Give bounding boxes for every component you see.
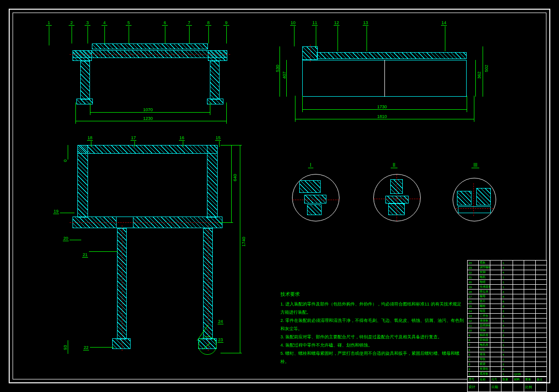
bom-row: 24底板1 <box>468 261 547 265</box>
dim-label: 1230 <box>143 116 153 121</box>
bom-row: 9轴承座2 <box>468 333 547 338</box>
dim-label: 0 <box>63 160 68 162</box>
bom-row: 2支撑柱4 <box>468 367 547 372</box>
leader-16: 16 <box>179 135 185 141</box>
bom-row: 19传感器架1 <box>468 285 547 290</box>
bom-row: 7电机座1 <box>468 343 547 348</box>
leader-7: 7 <box>186 20 192 26</box>
bom-row: 21电机1 <box>468 275 547 280</box>
dim-1810 <box>295 119 474 119</box>
notes: 技术要求 1. 进入装配的零件及部件（包括外购件、外协件），均必须符合图纸和标准… <box>280 290 464 366</box>
bom-row: 6丝杠1 <box>468 348 547 352</box>
front-view <box>73 44 227 106</box>
dim-label: 407 <box>282 72 287 79</box>
detail-label-II: II <box>391 162 397 168</box>
leader-4: 4 <box>102 20 107 26</box>
leader-15: 15 <box>215 135 221 141</box>
notes-title: 技术要求 <box>280 290 464 298</box>
note-line: 5. 螺钉、螺栓和螺母紧固时，严禁打击或使用不合适的旋具和扳手，紧固后螺钉槽、螺… <box>280 349 464 366</box>
bom-row: 17螺母8 <box>468 294 547 299</box>
side-view <box>302 46 467 104</box>
bom-row: 12连接板1 <box>468 319 547 323</box>
bom-row: 13工作台1 <box>468 314 547 319</box>
bom-row: 1底座板1Q235 <box>468 372 547 377</box>
dim-label: 1070 <box>143 107 153 112</box>
leader-10: 10 <box>290 20 296 26</box>
dim-label: 362 <box>477 72 482 79</box>
leader-20: 20 <box>63 236 69 241</box>
leader-11: 11 <box>312 20 318 26</box>
bom-row: 22支脚4 <box>468 270 547 275</box>
dim-1070 <box>90 112 210 113</box>
detail-III <box>453 178 496 221</box>
detail-label-III: III <box>471 162 479 168</box>
bom-row: 18限位块2 <box>468 290 547 294</box>
dim-1740 <box>240 145 240 353</box>
tb-footer-row: 设计日期比例 <box>468 383 547 392</box>
leader-21: 21 <box>82 252 88 258</box>
bom-row: 3横梁2 <box>468 362 547 367</box>
note-line: 3. 装配前应对零、部件的主要配合尺寸，特别是过盈配合尺寸及相关具备进行复查。 <box>280 333 464 341</box>
bom-header-row: 序号名称代号数量材料重量备注 <box>468 377 547 382</box>
note-line: 4. 装配过程中零件不允许磕、碰、划伤和锈蚀。 <box>280 341 464 349</box>
dim-label: 1740 <box>241 237 246 247</box>
detail-label-I: I <box>308 162 313 168</box>
dim-label: 530 <box>275 65 280 72</box>
leader-18: 18 <box>87 135 93 141</box>
dim-label: 1810 <box>377 114 387 119</box>
bom-row: 5滑块4 <box>468 352 547 357</box>
leader-5: 5 <box>126 20 132 26</box>
top-view <box>73 145 222 353</box>
dim-1230 <box>75 121 226 121</box>
leader-3: 3 <box>85 20 90 26</box>
dim-label: 1730 <box>377 104 387 109</box>
bom-row: 20拖链1 <box>468 280 547 285</box>
detail-II <box>373 174 421 221</box>
leader-24: 24 <box>218 319 223 324</box>
dim-label: 640 <box>233 174 237 181</box>
dim-label: 502 <box>484 65 489 72</box>
bom-row: 8联轴器1 <box>468 338 547 343</box>
dim-1730 <box>302 109 467 110</box>
title-block: 24底板123调节螺钉422支脚421电机120拖链119传感器架118限位块2… <box>467 260 547 380</box>
bom-row: 16垫片8 <box>468 299 547 304</box>
bom-row: 15螺栓8 <box>468 304 547 309</box>
note-line: 1. 进入装配的零件及部件（包括外购件、外协件），均必须符合图纸和标准11 的有… <box>280 300 464 317</box>
dim-label: 93 <box>63 345 68 350</box>
detail-I <box>292 174 339 221</box>
leader-14: 14 <box>441 20 447 26</box>
leader-23: 23 <box>218 337 223 343</box>
bom-row: 23调节螺钉4 <box>468 265 547 270</box>
leader-9: 9 <box>223 20 229 26</box>
bom-row: 4导轨2 <box>468 357 547 362</box>
bom-row: 11直线轴承4 <box>468 323 547 328</box>
leader-19: 19 <box>53 209 59 214</box>
leader-1: 1 <box>46 20 52 26</box>
leader-22: 22 <box>83 345 89 350</box>
leader-13: 13 <box>363 20 368 26</box>
note-line: 2. 零件在装配前必须清理和清洗干净，不得有毛刺、飞边、氧化皮、锈蚀、切屑、油污… <box>280 317 464 333</box>
leader-8: 8 <box>206 20 211 26</box>
leader-2: 2 <box>69 20 74 26</box>
leader-6: 6 <box>162 20 168 26</box>
leader-17: 17 <box>131 135 136 141</box>
bom-row: 14端盖2 <box>468 309 547 314</box>
dim-640 <box>231 145 232 222</box>
leader-12: 12 <box>334 20 339 26</box>
bom-row: 10光轴2 <box>468 328 547 333</box>
